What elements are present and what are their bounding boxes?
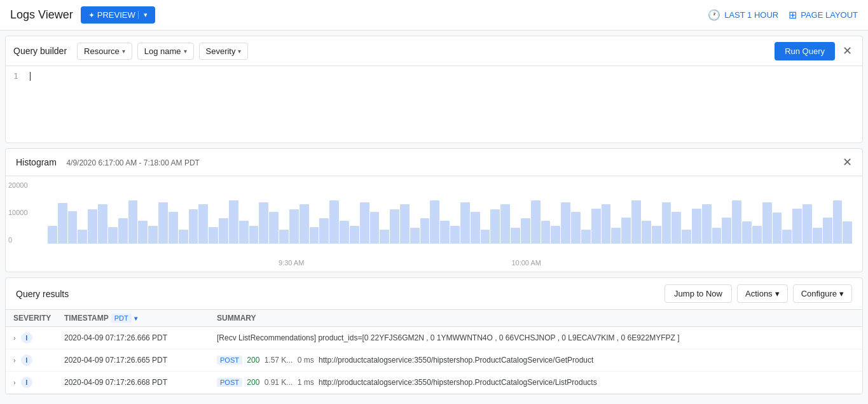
histogram-bar [843,221,852,244]
y-axis: 20000 10000 0 [6,181,38,244]
pdt-badge: PDT [111,314,132,323]
histogram-bar [621,218,631,244]
severity-icon-2: I [21,354,32,366]
histogram-bar [108,227,118,244]
x-label-1000: 10:00 AM [511,259,541,267]
histogram-bar [58,203,67,244]
histogram-bar [773,212,782,244]
log-name-label: Log name [144,46,181,56]
severity-icon-1: I [21,332,32,344]
histogram-bar [823,218,832,244]
configure-label: Configure [801,289,837,298]
url-3: http://productcatalogservice:3550/hipste… [319,378,597,387]
histogram-bar [329,200,339,244]
histogram-bar [642,221,651,244]
timestamp-1: 2020-04-09 07:17:26.666 PDT [64,333,179,342]
table-header: SEVERITY TIMESTAMP PDT ▾ SUMMARY [6,310,862,327]
histogram-bar [531,200,541,244]
severity-icon-3: I [21,377,32,388]
severity-caret-icon: ▾ [238,48,241,55]
query-builder-label: Query builder [13,46,67,56]
col-severity: SEVERITY [13,314,64,323]
histogram-bar [300,204,309,244]
histogram-bar [742,221,752,244]
severity-cell-1: › I [13,332,64,344]
method-badge-2: POST [217,356,242,365]
histogram-bar [78,230,87,244]
results-header: Query results Jump to Now Actions ▾ Conf… [6,278,862,310]
close-histogram-button[interactable]: ✕ [843,155,852,169]
log-name-caret-icon: ▾ [184,48,187,55]
timestamp-2: 2020-04-09 07:17:26.665 PDT [64,356,179,365]
expand-icon-1[interactable]: › [13,334,16,342]
histogram-bar [169,212,178,244]
resource-filter-button[interactable]: Resource ▾ [77,43,132,60]
bars-area [48,181,852,256]
size-3: 0.91 K... [265,378,293,387]
histogram-bar [722,218,731,244]
histogram-bar [471,212,480,244]
histogram-bar [732,200,741,244]
histogram-bar [662,202,672,244]
histogram-bar [481,230,490,244]
histogram-bar [712,228,722,244]
clock-icon: 🕐 [708,9,720,21]
histogram-bar [420,218,430,244]
results-actions: Jump to Now Actions ▾ Configure ▾ [665,284,852,303]
histogram-bar [158,202,168,244]
expand-icon-2[interactable]: › [13,356,16,364]
histogram-bar [591,209,601,244]
x-label-930: 9:30 AM [279,259,304,267]
histogram-bar [833,200,843,244]
query-toolbar: Query builder Resource ▾ Log name ▾ Seve… [6,36,862,66]
histogram-header: Histogram 4/9/2020 6:17:00 AM - 7:18:00 … [6,149,862,176]
expand-icon-3[interactable]: › [13,379,16,386]
actions-button[interactable]: Actions ▾ [737,284,788,303]
close-query-button[interactable]: ✕ [840,41,855,60]
histogram-bar [450,226,460,244]
run-query-button[interactable]: Run Query [775,42,835,60]
table-row: › I 2020-04-09 07:17:26.665 PDT POST 200… [6,349,862,372]
page-layout-button[interactable]: ⊞ PAGE LAYOUT [789,9,858,21]
query-editor[interactable]: 1 [6,66,862,143]
top-bar-right: 🕐 LAST 1 HOUR ⊞ PAGE LAYOUT [708,9,858,21]
histogram-bar [430,200,439,244]
jump-to-now-button[interactable]: Jump to Now [665,284,732,303]
histogram-bar [692,209,701,244]
histogram-bar [68,211,78,244]
preview-button[interactable]: ✦ PREVIEW ▾ [81,6,155,24]
top-bar-left: Logs Viewer ✦ PREVIEW ▾ [10,6,155,24]
severity-filter-button[interactable]: Severity ▾ [199,43,249,60]
histogram-bar [340,221,349,244]
star-icon: ✦ [88,11,95,20]
col-summary: SUMMARY [217,314,855,323]
status-2: 200 [247,356,259,365]
y-label-0: 0 [8,236,35,244]
log-name-filter-button[interactable]: Log name ▾ [137,43,194,60]
histogram-bar [702,204,712,244]
summary-1: [Recv ListRecommendations] product_ids=[… [217,333,855,342]
histogram-chart: 20000 10000 0 [6,176,862,259]
histogram-bar [571,212,581,244]
histogram-bar [460,202,470,244]
severity-cell-2: › I [13,354,64,366]
histogram-bar [400,204,410,244]
histogram-bar [209,227,218,244]
query-builder-panel: Query builder Resource ▾ Log name ▾ Seve… [5,36,863,143]
severity-cell-3: › I [13,377,64,388]
actions-caret-icon: ▾ [775,289,780,298]
top-bar: Logs Viewer ✦ PREVIEW ▾ 🕐 LAST 1 HOUR ⊞ … [0,0,868,31]
status-3: 200 [247,378,259,387]
pdt-caret-icon: ▾ [134,315,137,322]
histogram-panel: Histogram 4/9/2020 6:17:00 AM - 7:18:00 … [5,148,863,272]
histogram-bar [631,200,641,244]
last-hour-button[interactable]: 🕐 LAST 1 HOUR [708,9,778,21]
histogram-bar [672,212,681,244]
resource-caret-icon: ▾ [122,48,125,55]
histogram-bar [138,221,148,244]
histogram-bar [551,226,560,244]
histogram-title: Histogram [16,157,57,167]
histogram-bar [219,218,228,244]
configure-button[interactable]: Configure ▾ [793,284,852,303]
histogram-bar [602,204,611,244]
